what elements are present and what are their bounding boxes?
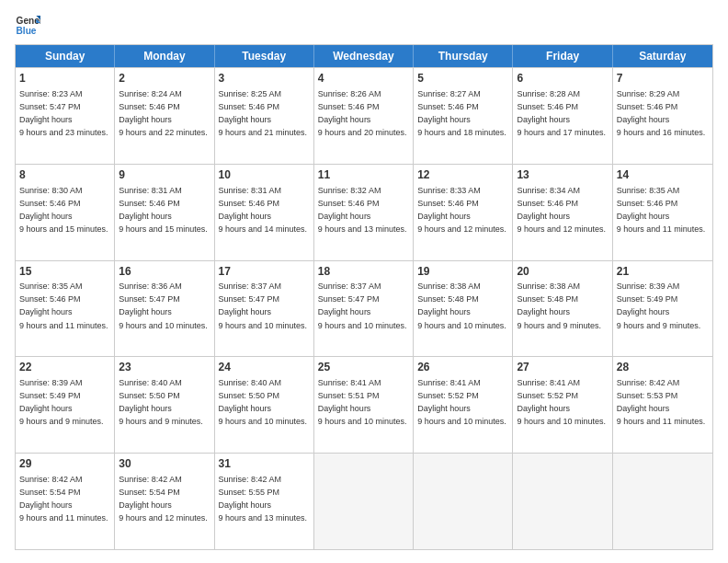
day-number: 26 bbox=[417, 360, 508, 375]
calendar-body: 1Sunrise: 8:23 AMSunset: 5:47 PMDaylight… bbox=[16, 67, 712, 549]
cell-info: Sunrise: 8:24 AMSunset: 5:46 PMDaylight … bbox=[119, 89, 208, 137]
calendar-cell: 10Sunrise: 8:31 AMSunset: 5:46 PMDayligh… bbox=[215, 165, 314, 260]
calendar-cell: 24Sunrise: 8:40 AMSunset: 5:50 PMDayligh… bbox=[215, 357, 314, 453]
calendar-cell: 14Sunrise: 8:35 AMSunset: 5:46 PMDayligh… bbox=[613, 165, 712, 260]
page: General Blue SundayMondayTuesdayWednesda… bbox=[0, 0, 728, 563]
calendar-cell: 5Sunrise: 8:27 AMSunset: 5:46 PMDaylight… bbox=[414, 68, 513, 164]
calendar-cell: 8Sunrise: 8:30 AMSunset: 5:46 PMDaylight… bbox=[16, 165, 115, 260]
cell-info: Sunrise: 8:32 AMSunset: 5:46 PMDaylight … bbox=[318, 186, 407, 234]
day-number: 4 bbox=[318, 71, 409, 86]
cell-info: Sunrise: 8:38 AMSunset: 5:48 PMDaylight … bbox=[417, 282, 506, 329]
day-number: 7 bbox=[617, 71, 709, 86]
day-number: 28 bbox=[617, 360, 709, 375]
calendar-week-2: 8Sunrise: 8:30 AMSunset: 5:46 PMDaylight… bbox=[16, 164, 712, 260]
day-number: 8 bbox=[19, 167, 110, 183]
day-number: 20 bbox=[517, 264, 608, 280]
day-number: 18 bbox=[318, 264, 409, 280]
day-number: 12 bbox=[417, 167, 508, 183]
day-number: 17 bbox=[219, 264, 310, 280]
calendar-cell: 29Sunrise: 8:42 AMSunset: 5:54 PMDayligh… bbox=[16, 454, 115, 549]
day-number: 27 bbox=[517, 360, 608, 375]
cell-info: Sunrise: 8:34 AMSunset: 5:46 PMDaylight … bbox=[517, 186, 606, 234]
calendar-cell: 20Sunrise: 8:38 AMSunset: 5:48 PMDayligh… bbox=[513, 261, 612, 357]
svg-text:Blue: Blue bbox=[17, 26, 37, 36]
cell-info: Sunrise: 8:31 AMSunset: 5:46 PMDaylight … bbox=[119, 186, 208, 234]
calendar-cell bbox=[513, 454, 612, 549]
header-day-sunday: Sunday bbox=[16, 45, 115, 67]
day-number: 3 bbox=[219, 71, 310, 86]
calendar-week-1: 1Sunrise: 8:23 AMSunset: 5:47 PMDaylight… bbox=[16, 67, 712, 164]
day-number: 23 bbox=[119, 360, 210, 375]
day-number: 13 bbox=[517, 167, 608, 183]
day-number: 30 bbox=[119, 456, 210, 472]
cell-info: Sunrise: 8:42 AMSunset: 5:53 PMDaylight … bbox=[617, 378, 706, 426]
calendar-cell: 7Sunrise: 8:29 AMSunset: 5:46 PMDaylight… bbox=[613, 68, 712, 164]
cell-info: Sunrise: 8:28 AMSunset: 5:46 PMDaylight … bbox=[517, 89, 606, 137]
cell-info: Sunrise: 8:41 AMSunset: 5:52 PMDaylight … bbox=[517, 378, 606, 426]
cell-info: Sunrise: 8:29 AMSunset: 5:46 PMDaylight … bbox=[617, 89, 706, 137]
cell-info: Sunrise: 8:40 AMSunset: 5:50 PMDaylight … bbox=[219, 378, 308, 426]
day-number: 6 bbox=[517, 71, 608, 86]
calendar-cell: 12Sunrise: 8:33 AMSunset: 5:46 PMDayligh… bbox=[414, 165, 513, 260]
calendar-cell: 28Sunrise: 8:42 AMSunset: 5:53 PMDayligh… bbox=[613, 357, 712, 453]
cell-info: Sunrise: 8:35 AMSunset: 5:46 PMDaylight … bbox=[617, 186, 706, 234]
cell-info: Sunrise: 8:39 AMSunset: 5:49 PMDaylight … bbox=[617, 282, 701, 329]
calendar-cell: 19Sunrise: 8:38 AMSunset: 5:48 PMDayligh… bbox=[414, 261, 513, 357]
cell-info: Sunrise: 8:37 AMSunset: 5:47 PMDaylight … bbox=[318, 282, 407, 329]
day-number: 15 bbox=[19, 264, 110, 280]
logo: General Blue bbox=[15, 13, 44, 39]
day-number: 9 bbox=[119, 167, 210, 183]
cell-info: Sunrise: 8:41 AMSunset: 5:52 PMDaylight … bbox=[417, 378, 506, 426]
calendar-cell: 23Sunrise: 8:40 AMSunset: 5:50 PMDayligh… bbox=[115, 357, 214, 453]
calendar-cell: 11Sunrise: 8:32 AMSunset: 5:46 PMDayligh… bbox=[314, 165, 414, 260]
day-number: 21 bbox=[617, 264, 709, 280]
calendar-cell bbox=[414, 454, 513, 549]
cell-info: Sunrise: 8:25 AMSunset: 5:46 PMDaylight … bbox=[219, 89, 308, 137]
day-number: 25 bbox=[318, 360, 409, 375]
cell-info: Sunrise: 8:27 AMSunset: 5:46 PMDaylight … bbox=[417, 89, 506, 137]
day-number: 5 bbox=[417, 71, 508, 86]
cell-info: Sunrise: 8:37 AMSunset: 5:47 PMDaylight … bbox=[219, 282, 308, 329]
calendar-cell: 26Sunrise: 8:41 AMSunset: 5:52 PMDayligh… bbox=[414, 357, 513, 453]
calendar-cell: 22Sunrise: 8:39 AMSunset: 5:49 PMDayligh… bbox=[16, 357, 115, 453]
cell-info: Sunrise: 8:42 AMSunset: 5:55 PMDaylight … bbox=[219, 475, 308, 523]
day-number: 24 bbox=[219, 360, 310, 375]
calendar-week-4: 22Sunrise: 8:39 AMSunset: 5:49 PMDayligh… bbox=[16, 356, 712, 453]
day-number: 2 bbox=[119, 71, 210, 86]
day-number: 1 bbox=[19, 71, 110, 86]
cell-info: Sunrise: 8:31 AMSunset: 5:46 PMDaylight … bbox=[219, 186, 308, 234]
cell-info: Sunrise: 8:33 AMSunset: 5:46 PMDaylight … bbox=[417, 186, 506, 234]
day-number: 29 bbox=[19, 456, 110, 472]
calendar-week-3: 15Sunrise: 8:35 AMSunset: 5:46 PMDayligh… bbox=[16, 260, 712, 357]
cell-info: Sunrise: 8:36 AMSunset: 5:47 PMDaylight … bbox=[119, 282, 208, 329]
day-number: 19 bbox=[417, 264, 508, 280]
day-number: 31 bbox=[219, 456, 310, 472]
calendar-cell: 16Sunrise: 8:36 AMSunset: 5:47 PMDayligh… bbox=[115, 261, 214, 357]
calendar-header: SundayMondayTuesdayWednesdayThursdayFrid… bbox=[16, 45, 712, 67]
day-number: 22 bbox=[19, 360, 110, 375]
calendar-cell: 6Sunrise: 8:28 AMSunset: 5:46 PMDaylight… bbox=[513, 68, 612, 164]
calendar-cell: 18Sunrise: 8:37 AMSunset: 5:47 PMDayligh… bbox=[314, 261, 414, 357]
calendar-cell: 27Sunrise: 8:41 AMSunset: 5:52 PMDayligh… bbox=[513, 357, 612, 453]
cell-info: Sunrise: 8:39 AMSunset: 5:49 PMDaylight … bbox=[19, 378, 104, 426]
calendar-cell: 13Sunrise: 8:34 AMSunset: 5:46 PMDayligh… bbox=[513, 165, 612, 260]
cell-info: Sunrise: 8:23 AMSunset: 5:47 PMDaylight … bbox=[19, 89, 108, 137]
cell-info: Sunrise: 8:38 AMSunset: 5:48 PMDaylight … bbox=[517, 282, 601, 329]
calendar-cell: 4Sunrise: 8:26 AMSunset: 5:46 PMDaylight… bbox=[314, 68, 414, 164]
calendar-cell: 9Sunrise: 8:31 AMSunset: 5:46 PMDaylight… bbox=[115, 165, 214, 260]
cell-info: Sunrise: 8:40 AMSunset: 5:50 PMDaylight … bbox=[119, 378, 203, 426]
header-day-monday: Monday bbox=[115, 45, 214, 67]
calendar-cell bbox=[314, 454, 414, 549]
calendar-cell bbox=[613, 454, 712, 549]
day-number: 16 bbox=[119, 264, 210, 280]
calendar-cell: 17Sunrise: 8:37 AMSunset: 5:47 PMDayligh… bbox=[215, 261, 314, 357]
header-day-tuesday: Tuesday bbox=[215, 45, 314, 67]
day-number: 11 bbox=[318, 167, 409, 183]
logo-icon: General Blue bbox=[15, 13, 40, 39]
cell-info: Sunrise: 8:41 AMSunset: 5:51 PMDaylight … bbox=[318, 378, 407, 426]
calendar-cell: 15Sunrise: 8:35 AMSunset: 5:46 PMDayligh… bbox=[16, 261, 115, 357]
cell-info: Sunrise: 8:42 AMSunset: 5:54 PMDaylight … bbox=[119, 475, 208, 523]
day-number: 10 bbox=[219, 167, 310, 183]
cell-info: Sunrise: 8:42 AMSunset: 5:54 PMDaylight … bbox=[19, 475, 108, 523]
calendar-cell: 3Sunrise: 8:25 AMSunset: 5:46 PMDaylight… bbox=[215, 68, 314, 164]
